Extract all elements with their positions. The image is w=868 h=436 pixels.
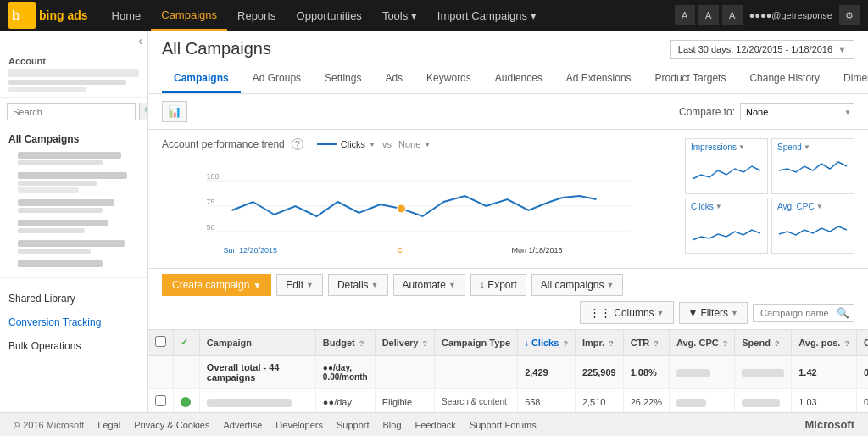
- mini-chart-avg-cpc-label[interactable]: Avg. CPC ▼: [777, 202, 849, 211]
- list-item[interactable]: [0, 196, 147, 216]
- th-impressions[interactable]: Impr. ?: [575, 330, 623, 355]
- row1-impressions: 2,510: [575, 389, 623, 413]
- sidebar-item-conversion-tracking[interactable]: Conversion Tracking: [0, 310, 147, 334]
- tab-change-history[interactable]: Change History: [737, 65, 832, 93]
- footer-feedback-link[interactable]: Feedback: [415, 420, 456, 430]
- nav-icon-a2[interactable]: A: [698, 5, 719, 25]
- footer-support-link[interactable]: Support: [337, 420, 370, 430]
- list-item[interactable]: [0, 237, 147, 257]
- sidebar-search-input[interactable]: [7, 103, 136, 120]
- row1-checkbox[interactable]: [155, 395, 166, 406]
- select-all-checkbox[interactable]: [155, 336, 166, 347]
- list-item[interactable]: [0, 257, 147, 272]
- footer-advertise-link[interactable]: Advertise: [224, 420, 263, 430]
- tab-ad-groups[interactable]: Ad Groups: [241, 65, 313, 93]
- th-conv[interactable]: Conv. ?: [856, 330, 868, 355]
- sidebar-all-campaigns-label[interactable]: All Campaigns: [0, 126, 147, 148]
- th-spend[interactable]: Spend ?: [735, 330, 792, 355]
- row1-ctr: 26.22%: [623, 389, 669, 413]
- chart-toggle-button[interactable]: 📊: [162, 101, 187, 122]
- nav-opportunities[interactable]: Opportunities: [287, 0, 372, 31]
- columns-button[interactable]: ⋮⋮ Columns ▼: [580, 301, 673, 324]
- automate-button[interactable]: Automate ▼: [393, 274, 465, 296]
- list-item[interactable]: [0, 148, 147, 169]
- th-delivery[interactable]: Delivery ?: [375, 330, 434, 355]
- footer-support-forums-link[interactable]: Support Forums: [470, 420, 537, 430]
- date-range-selector[interactable]: Last 30 days: 12/20/2015 - 1/18/2016 ▼: [670, 40, 854, 59]
- clicks-help-icon[interactable]: ?: [563, 339, 568, 348]
- details-button[interactable]: Details ▼: [328, 274, 388, 296]
- filters-button[interactable]: ▼ Filters ▼: [679, 302, 748, 324]
- footer-developers-link[interactable]: Developers: [275, 420, 323, 430]
- tab-dimensions[interactable]: Dimensions: [832, 65, 868, 93]
- legend-metric1[interactable]: Clicks: [341, 139, 365, 149]
- sidebar-collapse-button[interactable]: ‹: [0, 31, 147, 51]
- nav-reports[interactable]: Reports: [227, 0, 287, 31]
- sidebar-item-bulk-operations[interactable]: Bulk Operations: [0, 334, 147, 358]
- sidebar-search-button[interactable]: 🔍: [139, 103, 148, 120]
- nav-icon-a1[interactable]: A: [675, 5, 695, 25]
- impressions-chart-svg: [691, 154, 762, 187]
- nav-home[interactable]: Home: [102, 0, 152, 31]
- nav-tools[interactable]: Tools ▾: [372, 0, 427, 31]
- th-campaign[interactable]: Campaign: [199, 330, 315, 355]
- svg-text:75: 75: [207, 198, 215, 206]
- spend-label-text: Spend: [777, 143, 802, 152]
- row1-checkbox-cell[interactable]: [148, 389, 174, 413]
- campaign-name-blur: [18, 199, 114, 206]
- chart-header: Account performance trend ? Clicks ▼ vs …: [162, 138, 675, 150]
- legend-metric2[interactable]: None: [398, 139, 420, 149]
- sidebar-bottom-links: Shared Library Conversion Tracking Bulk …: [0, 283, 147, 361]
- spend-help-icon[interactable]: ?: [775, 339, 780, 348]
- compare-select[interactable]: None Previous period Same period last ye…: [740, 103, 854, 120]
- th-avg-cpc[interactable]: Avg. CPC ?: [669, 330, 734, 355]
- tab-audiences[interactable]: Audiences: [483, 65, 554, 93]
- edit-button[interactable]: Edit ▼: [276, 274, 323, 296]
- list-item[interactable]: [0, 169, 147, 196]
- avg-pos-help-icon[interactable]: ?: [844, 339, 849, 348]
- footer-blog-link[interactable]: Blog: [383, 420, 402, 430]
- total-budget: ●●/day, 0.00/month: [315, 355, 375, 389]
- row1-conv: 0: [856, 389, 868, 413]
- impressions-help-icon[interactable]: ?: [609, 339, 614, 348]
- delivery-help-icon[interactable]: ?: [423, 339, 428, 348]
- sidebar-item-shared-library[interactable]: Shared Library: [0, 287, 147, 310]
- footer-legal-link[interactable]: Legal: [97, 420, 120, 430]
- mini-chart-impressions-label[interactable]: Impressions ▼: [691, 143, 762, 152]
- tab-ad-extensions[interactable]: Ad Extensions: [554, 65, 643, 93]
- table-header: ✓ Campaign Budget ? Delivery ? Campaign …: [148, 330, 868, 355]
- settings-icon[interactable]: ⚙: [839, 5, 860, 25]
- all-campaigns-filter-button[interactable]: All campaigns ▼: [531, 274, 624, 296]
- bing-ads-logo[interactable]: b bing ads: [8, 2, 88, 29]
- th-budget[interactable]: Budget ?: [315, 330, 375, 355]
- tab-ads[interactable]: Ads: [373, 65, 415, 93]
- list-item[interactable]: [0, 216, 147, 237]
- ctr-help-icon[interactable]: ?: [654, 339, 659, 348]
- chart-help-icon[interactable]: ?: [292, 138, 303, 150]
- footer-privacy-link[interactable]: Privacy & Cookies: [134, 420, 209, 430]
- nav-campaigns[interactable]: Campaigns: [151, 0, 227, 31]
- tab-campaigns[interactable]: Campaigns: [162, 65, 241, 93]
- th-campaign-type[interactable]: Campaign Type: [435, 330, 518, 355]
- campaign-sub-blur: [18, 181, 97, 186]
- tab-settings[interactable]: Settings: [313, 65, 373, 93]
- th-clicks[interactable]: ↓ Clicks ?: [518, 330, 576, 355]
- nav-import[interactable]: Import Campaigns ▾: [427, 0, 547, 31]
- export-button[interactable]: ↓ Export: [470, 274, 526, 296]
- create-campaign-button[interactable]: Create campaign ▼: [162, 274, 271, 296]
- avg-cpc-header-text: Avg. CPC: [676, 338, 719, 348]
- th-ctr[interactable]: CTR ?: [623, 330, 669, 355]
- tab-product-targets[interactable]: Product Targets: [643, 65, 738, 93]
- nav-icon-a3[interactable]: A: [722, 5, 743, 25]
- budget-help-icon[interactable]: ?: [359, 339, 364, 348]
- total-ctr: 1.08%: [623, 355, 669, 389]
- mini-chart-spend-label[interactable]: Spend ▼: [777, 143, 849, 152]
- th-avg-pos[interactable]: Avg. pos. ?: [792, 330, 857, 355]
- automate-label: Automate: [403, 279, 446, 291]
- account-email: ●●●●@getresponse: [749, 10, 832, 20]
- row1-campaign-name[interactable]: [199, 389, 315, 413]
- avg-cpc-help-icon[interactable]: ?: [723, 339, 728, 348]
- tab-keywords[interactable]: Keywords: [415, 65, 483, 93]
- mini-chart-clicks-label[interactable]: Clicks ▼: [691, 202, 762, 211]
- all-campaigns-label: All campaigns: [541, 279, 604, 291]
